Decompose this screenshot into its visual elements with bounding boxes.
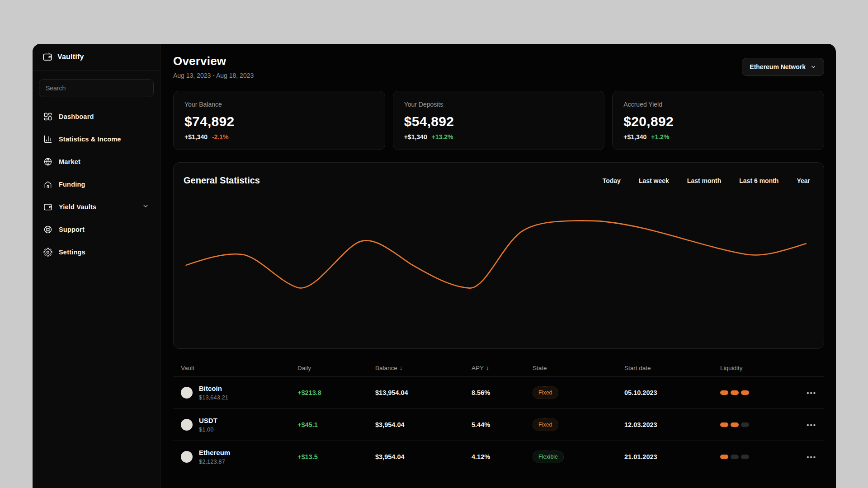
sort-arrow-icon: ↓ — [486, 365, 489, 371]
liquidity-pill — [741, 422, 749, 427]
balance-cell: $3,954.04 — [375, 421, 472, 428]
liquidity-pill — [731, 422, 739, 427]
liquidity-pill — [720, 390, 728, 395]
filter-last-month[interactable]: Last month — [687, 177, 721, 184]
balance-cell: $13,954.04 — [375, 389, 472, 396]
sidebar: Vaultify Dashboard Statistics & Income M… — [33, 44, 160, 488]
filter-last-6-month[interactable]: Last 6 month — [739, 177, 778, 184]
filter-today[interactable]: Today — [603, 177, 621, 184]
wallet-icon — [43, 202, 52, 211]
table-row[interactable]: Bitcoin $13,643.21 +$213.8 $13,954.04 8.… — [173, 376, 824, 408]
home-icon — [43, 180, 52, 189]
column-header-apy[interactable]: APY↓ — [472, 365, 533, 371]
vault-name: Bitcoin — [199, 385, 228, 392]
main-content: Overview Aug 13, 2023 - Aug 18, 2023 Eth… — [160, 44, 836, 488]
stat-value: $74,892 — [184, 114, 374, 129]
liquidity-pill — [731, 390, 739, 395]
chart-title: General Statistics — [184, 175, 260, 186]
daily-cell: +$13.5 — [297, 453, 375, 460]
chart-time-filters: Today Last week Last month Last 6 month … — [603, 177, 810, 184]
filter-last-week[interactable]: Last week — [639, 177, 669, 184]
network-selector-label: Ethereum Network — [750, 63, 806, 70]
app-logo: Vaultify — [33, 44, 160, 70]
balance-cell: $3,954.04 — [375, 453, 472, 460]
row-menu-icon[interactable]: ••• — [804, 389, 816, 397]
delta-amount: +$1,340 — [184, 133, 208, 141]
filter-year[interactable]: Year — [797, 177, 810, 184]
sidebar-item-market[interactable]: Market — [39, 150, 154, 173]
network-selector-button[interactable]: Ethereum Network — [742, 58, 824, 76]
sidebar-item-support[interactable]: Support — [39, 218, 154, 241]
liquidity-pill — [720, 422, 728, 427]
liquidity-pill — [731, 455, 739, 459]
vault-avatar — [181, 451, 193, 463]
vault-price: $1.00 — [199, 426, 217, 433]
state-badge: Fixed — [533, 418, 558, 431]
sidebar-item-label: Dashboard — [59, 113, 94, 120]
wallet-logo-icon — [42, 52, 52, 62]
balance-card: Your Balance $74,892 +$1,340 -2.1% — [173, 91, 385, 150]
sidebar-item-settings[interactable]: Settings — [39, 241, 154, 263]
page-header: Overview Aug 13, 2023 - Aug 18, 2023 Eth… — [173, 44, 824, 79]
column-header-daily[interactable]: Daily — [297, 365, 375, 371]
liquidity-pill — [741, 455, 749, 459]
column-header-state[interactable]: State — [533, 365, 624, 371]
statistics-line-chart — [174, 163, 824, 348]
delta-amount: +$1,340 — [404, 133, 427, 141]
sidebar-item-label: Yield Vaults — [59, 203, 96, 211]
stat-value: $54,892 — [404, 114, 594, 129]
apy-cell: 8.56% — [472, 389, 533, 396]
app-name: Vaultify — [57, 53, 84, 61]
daily-cell: +$213.8 — [297, 389, 375, 396]
accrued-yield-card: Accrued Yield $20,892 +$1,340 +1.2% — [612, 91, 824, 150]
stat-label: Your Deposits — [404, 101, 594, 108]
sidebar-item-label: Support — [59, 226, 85, 233]
table-row[interactable]: USDT $1.00 +$45.1 $3,954.04 5.44% Fixed … — [173, 408, 824, 441]
page-title: Overview — [173, 54, 254, 68]
column-header-start-date[interactable]: Start date — [624, 365, 720, 371]
stat-value: $20,892 — [623, 114, 813, 129]
sidebar-item-dashboard[interactable]: Dashboard — [39, 105, 154, 128]
gear-icon — [43, 248, 52, 257]
table-row[interactable]: Ethereum $2,123.87 +$13.5 $3,954.04 4.12… — [173, 441, 824, 473]
chevron-down-icon — [810, 64, 816, 70]
delta-percent: -2.1% — [212, 133, 229, 141]
liquidity-indicator — [720, 455, 804, 459]
sidebar-item-label: Statistics & Income — [59, 136, 121, 143]
deposits-card: Your Deposits $54,892 +$1,340 +13.2% — [393, 91, 605, 150]
stat-delta: +$1,340 +1.2% — [623, 133, 813, 141]
delta-percent: +13.2% — [432, 133, 453, 141]
search-input[interactable] — [39, 79, 154, 97]
sidebar-item-statistics[interactable]: Statistics & Income — [39, 128, 154, 150]
apy-cell: 4.12% — [472, 453, 533, 460]
vault-price: $13,643.21 — [199, 394, 228, 401]
row-menu-icon[interactable]: ••• — [804, 453, 816, 461]
general-statistics-card: General Statistics Today Last week Last … — [173, 162, 824, 349]
stat-label: Accrued Yield — [623, 101, 813, 108]
sidebar-item-funding[interactable]: Funding — [39, 173, 154, 196]
start-date-cell: 21.01.2023 — [624, 453, 720, 460]
start-date-cell: 05.10.2023 — [624, 389, 720, 396]
sort-arrow-icon: ↓ — [400, 365, 403, 371]
liquidity-pill — [720, 455, 728, 459]
vault-avatar — [181, 419, 193, 431]
liquidity-indicator — [720, 422, 804, 427]
row-menu-icon[interactable]: ••• — [804, 421, 816, 429]
column-header-liquidity[interactable]: Liquidity — [720, 365, 804, 371]
state-badge: Fixed — [533, 386, 558, 399]
column-header-vault[interactable]: Vault — [181, 365, 297, 371]
daily-cell: +$45.1 — [297, 421, 375, 428]
sidebar-item-label: Settings — [59, 249, 85, 256]
vault-avatar — [181, 387, 193, 399]
app-window: Vaultify Dashboard Statistics & Income M… — [33, 44, 836, 488]
sidebar-item-label: Funding — [59, 181, 85, 188]
dashboard-grid-icon — [43, 112, 52, 121]
stat-delta: +$1,340 -2.1% — [184, 133, 374, 141]
sidebar-item-yield-vaults[interactable]: Yield Vaults — [39, 196, 154, 218]
liquidity-indicator — [720, 390, 804, 395]
vault-price: $2,123.87 — [199, 458, 230, 465]
chevron-down-icon[interactable] — [142, 202, 149, 211]
vault-name: USDT — [199, 417, 217, 424]
column-header-balance[interactable]: Balance↓ — [375, 365, 472, 371]
liquidity-pill — [741, 390, 749, 395]
